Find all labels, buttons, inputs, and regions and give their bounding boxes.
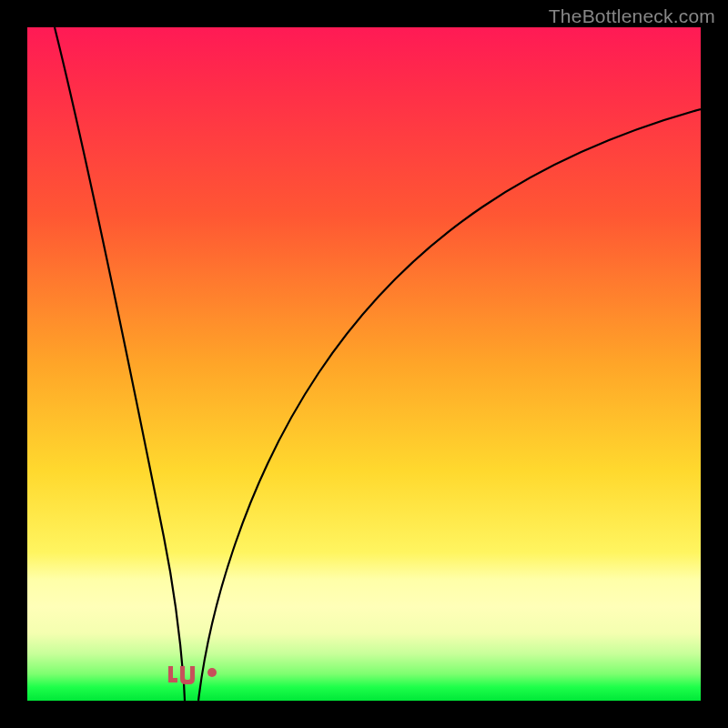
marker-dot xyxy=(207,668,217,677)
marker-U xyxy=(180,666,195,684)
watermark-text: TheBottleneck.com xyxy=(549,5,715,27)
right-curve xyxy=(198,109,701,701)
left-curve xyxy=(55,27,185,701)
curves-layer xyxy=(27,27,701,701)
outer-black-frame: TheBottleneck.com xyxy=(0,0,728,728)
plot-area xyxy=(27,27,701,701)
marker-L xyxy=(168,666,177,682)
